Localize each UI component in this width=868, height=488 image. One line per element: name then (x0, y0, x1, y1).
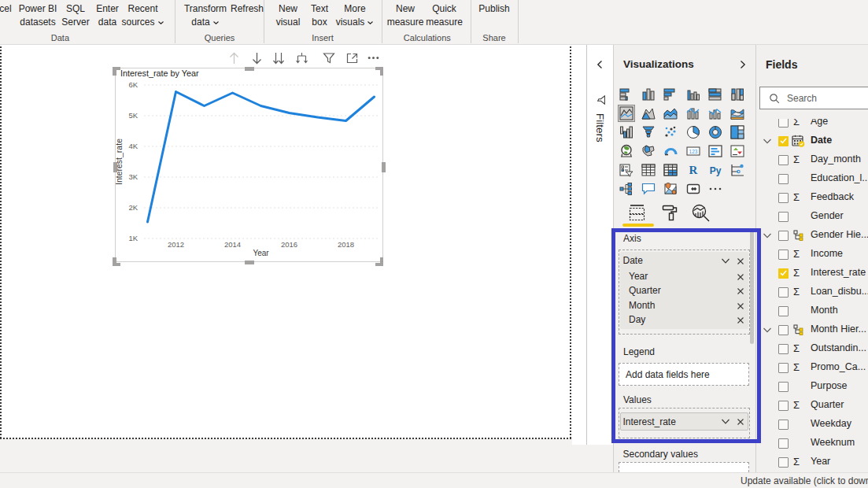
svg-text:2018: 2018 (338, 240, 354, 249)
svg-text:4K: 4K (128, 142, 138, 150)
svg-text:Py: Py (710, 165, 722, 176)
svg-text:123: 123 (689, 149, 698, 154)
svg-text:R: R (689, 164, 698, 176)
svg-text:6K: 6K (128, 80, 138, 89)
svg-text:2012: 2012 (168, 240, 184, 249)
svg-text:2K: 2K (128, 203, 138, 212)
svg-text:2016: 2016 (281, 240, 297, 249)
svg-text:1K: 1K (128, 234, 138, 242)
svg-text:Interest_rate by Year: Interest_rate by Year (120, 68, 199, 78)
svg-text:Year: Year (253, 249, 269, 257)
svg-text:5K: 5K (128, 111, 138, 120)
svg-text:Interest_rate: Interest_rate (114, 139, 124, 185)
svg-text:3K: 3K (128, 172, 138, 181)
svg-text:2014: 2014 (224, 240, 241, 249)
